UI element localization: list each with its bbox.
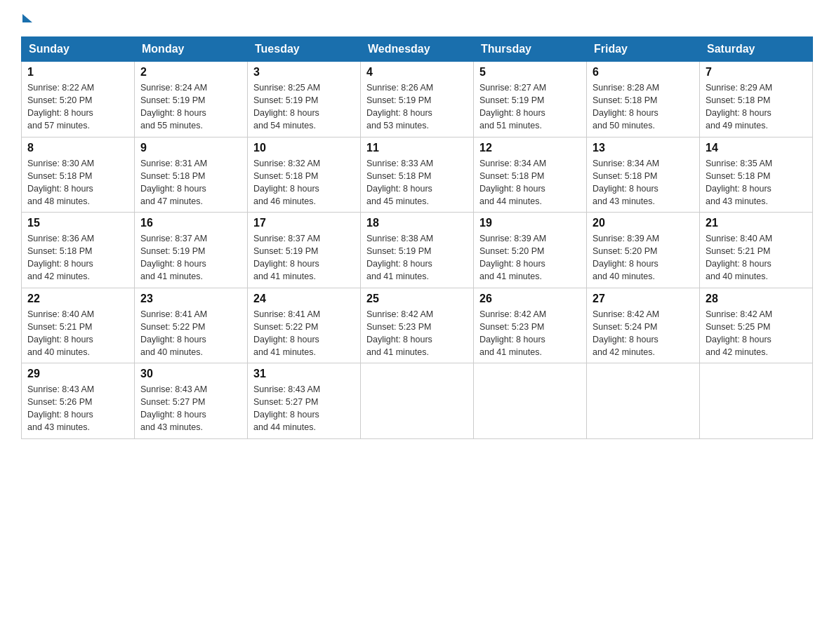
day-number: 20 [593, 217, 694, 229]
day-info: Sunrise: 8:22 AMSunset: 5:20 PMDaylight:… [27, 81, 128, 133]
day-info: Sunrise: 8:42 AMSunset: 5:23 PMDaylight:… [479, 308, 581, 359]
calendar-cell: 25Sunrise: 8:42 AMSunset: 5:23 PMDayligh… [361, 288, 474, 363]
day-number: 3 [253, 66, 355, 79]
calendar-cell: 8Sunrise: 8:30 AMSunset: 5:18 PMDaylight… [22, 137, 135, 213]
day-number: 4 [366, 66, 468, 79]
day-number: 11 [366, 142, 468, 154]
calendar-cell: 23Sunrise: 8:41 AMSunset: 5:22 PMDayligh… [135, 288, 248, 363]
calendar-cell [474, 363, 587, 439]
day-number: 5 [479, 66, 581, 79]
day-info: Sunrise: 8:43 AMSunset: 5:27 PMDaylight:… [253, 383, 355, 434]
day-number: 16 [140, 217, 241, 229]
day-info: Sunrise: 8:37 AMSunset: 5:19 PMDaylight:… [253, 232, 355, 283]
day-info: Sunrise: 8:27 AMSunset: 5:19 PMDaylight:… [479, 81, 581, 133]
calendar-cell: 20Sunrise: 8:39 AMSunset: 5:20 PMDayligh… [587, 213, 700, 288]
day-number: 29 [27, 368, 128, 380]
calendar-cell [361, 363, 474, 439]
day-number: 30 [140, 368, 241, 380]
day-info: Sunrise: 8:35 AMSunset: 5:18 PMDaylight:… [706, 157, 807, 208]
weekday-header-tuesday: Tuesday [248, 37, 361, 62]
page-header [21, 14, 813, 22]
calendar-cell: 4Sunrise: 8:26 AMSunset: 5:19 PMDaylight… [361, 62, 474, 137]
weekday-header-wednesday: Wednesday [361, 37, 474, 62]
day-info: Sunrise: 8:40 AMSunset: 5:21 PMDaylight:… [27, 308, 128, 359]
weekday-header-saturday: Saturday [700, 37, 813, 62]
day-info: Sunrise: 8:41 AMSunset: 5:22 PMDaylight:… [140, 308, 241, 359]
day-number: 19 [479, 217, 581, 229]
calendar-cell: 28Sunrise: 8:42 AMSunset: 5:25 PMDayligh… [700, 288, 813, 363]
day-info: Sunrise: 8:39 AMSunset: 5:20 PMDaylight:… [593, 232, 694, 283]
day-number: 13 [593, 142, 694, 154]
weekday-header-sunday: Sunday [22, 37, 135, 62]
day-info: Sunrise: 8:34 AMSunset: 5:18 PMDaylight:… [593, 157, 694, 208]
day-number: 31 [253, 368, 355, 380]
day-info: Sunrise: 8:41 AMSunset: 5:22 PMDaylight:… [253, 308, 355, 359]
day-number: 15 [27, 217, 128, 229]
day-info: Sunrise: 8:31 AMSunset: 5:18 PMDaylight:… [140, 157, 241, 208]
day-info: Sunrise: 8:33 AMSunset: 5:18 PMDaylight:… [366, 157, 468, 208]
day-info: Sunrise: 8:34 AMSunset: 5:18 PMDaylight:… [479, 157, 581, 208]
day-number: 27 [593, 293, 694, 305]
calendar-cell: 7Sunrise: 8:29 AMSunset: 5:18 PMDaylight… [700, 62, 813, 137]
calendar-cell: 27Sunrise: 8:42 AMSunset: 5:24 PMDayligh… [587, 288, 700, 363]
day-number: 18 [366, 217, 468, 229]
day-info: Sunrise: 8:36 AMSunset: 5:18 PMDaylight:… [27, 232, 128, 283]
day-info: Sunrise: 8:42 AMSunset: 5:24 PMDaylight:… [593, 308, 694, 359]
weekday-header-friday: Friday [587, 37, 700, 62]
calendar-cell: 13Sunrise: 8:34 AMSunset: 5:18 PMDayligh… [587, 137, 700, 213]
day-number: 6 [593, 66, 694, 79]
calendar-cell: 14Sunrise: 8:35 AMSunset: 5:18 PMDayligh… [700, 137, 813, 213]
weekday-header-thursday: Thursday [474, 37, 587, 62]
calendar-cell: 2Sunrise: 8:24 AMSunset: 5:19 PMDaylight… [135, 62, 248, 137]
day-number: 2 [140, 66, 241, 79]
day-number: 14 [706, 142, 807, 154]
day-number: 21 [706, 217, 807, 229]
day-number: 9 [140, 142, 241, 154]
calendar-cell: 5Sunrise: 8:27 AMSunset: 5:19 PMDaylight… [474, 62, 587, 137]
day-info: Sunrise: 8:38 AMSunset: 5:19 PMDaylight:… [366, 232, 468, 283]
day-number: 28 [706, 293, 807, 305]
weekday-header-row: SundayMondayTuesdayWednesdayThursdayFrid… [22, 37, 813, 62]
day-info: Sunrise: 8:25 AMSunset: 5:19 PMDaylight:… [253, 81, 355, 133]
day-number: 12 [479, 142, 581, 154]
day-number: 25 [366, 293, 468, 305]
calendar-cell [700, 363, 813, 439]
day-number: 10 [253, 142, 355, 154]
logo [21, 14, 34, 22]
logo-arrow-icon [22, 14, 32, 22]
day-info: Sunrise: 8:30 AMSunset: 5:18 PMDaylight:… [27, 157, 128, 208]
day-info: Sunrise: 8:42 AMSunset: 5:23 PMDaylight:… [366, 308, 468, 359]
calendar-cell: 26Sunrise: 8:42 AMSunset: 5:23 PMDayligh… [474, 288, 587, 363]
weekday-header-monday: Monday [135, 37, 248, 62]
calendar-cell: 22Sunrise: 8:40 AMSunset: 5:21 PMDayligh… [22, 288, 135, 363]
calendar-cell: 21Sunrise: 8:40 AMSunset: 5:21 PMDayligh… [700, 213, 813, 288]
calendar-cell: 30Sunrise: 8:43 AMSunset: 5:27 PMDayligh… [135, 363, 248, 439]
calendar-cell: 29Sunrise: 8:43 AMSunset: 5:26 PMDayligh… [22, 363, 135, 439]
day-info: Sunrise: 8:26 AMSunset: 5:19 PMDaylight:… [366, 81, 468, 133]
day-info: Sunrise: 8:40 AMSunset: 5:21 PMDaylight:… [706, 232, 807, 283]
calendar-cell: 10Sunrise: 8:32 AMSunset: 5:18 PMDayligh… [248, 137, 361, 213]
calendar-cell: 1Sunrise: 8:22 AMSunset: 5:20 PMDaylight… [22, 62, 135, 137]
day-info: Sunrise: 8:37 AMSunset: 5:19 PMDaylight:… [140, 232, 241, 283]
calendar-week-row: 29Sunrise: 8:43 AMSunset: 5:26 PMDayligh… [22, 363, 813, 439]
calendar-cell: 24Sunrise: 8:41 AMSunset: 5:22 PMDayligh… [248, 288, 361, 363]
day-info: Sunrise: 8:43 AMSunset: 5:26 PMDaylight:… [27, 383, 128, 434]
day-info: Sunrise: 8:39 AMSunset: 5:20 PMDaylight:… [479, 232, 581, 283]
day-number: 22 [27, 293, 128, 305]
day-number: 1 [27, 66, 128, 79]
day-info: Sunrise: 8:43 AMSunset: 5:27 PMDaylight:… [140, 383, 241, 434]
day-info: Sunrise: 8:42 AMSunset: 5:25 PMDaylight:… [706, 308, 807, 359]
calendar-cell: 16Sunrise: 8:37 AMSunset: 5:19 PMDayligh… [135, 213, 248, 288]
calendar-cell [587, 363, 700, 439]
day-number: 23 [140, 293, 241, 305]
logo-top [21, 14, 34, 22]
calendar-cell: 17Sunrise: 8:37 AMSunset: 5:19 PMDayligh… [248, 213, 361, 288]
day-number: 8 [27, 142, 128, 154]
calendar-week-row: 22Sunrise: 8:40 AMSunset: 5:21 PMDayligh… [22, 288, 813, 363]
calendar-cell: 15Sunrise: 8:36 AMSunset: 5:18 PMDayligh… [22, 213, 135, 288]
calendar-cell: 6Sunrise: 8:28 AMSunset: 5:18 PMDaylight… [587, 62, 700, 137]
calendar-cell: 19Sunrise: 8:39 AMSunset: 5:20 PMDayligh… [474, 213, 587, 288]
calendar-cell: 12Sunrise: 8:34 AMSunset: 5:18 PMDayligh… [474, 137, 587, 213]
day-info: Sunrise: 8:29 AMSunset: 5:18 PMDaylight:… [706, 81, 807, 133]
calendar-week-row: 8Sunrise: 8:30 AMSunset: 5:18 PMDaylight… [22, 137, 813, 213]
